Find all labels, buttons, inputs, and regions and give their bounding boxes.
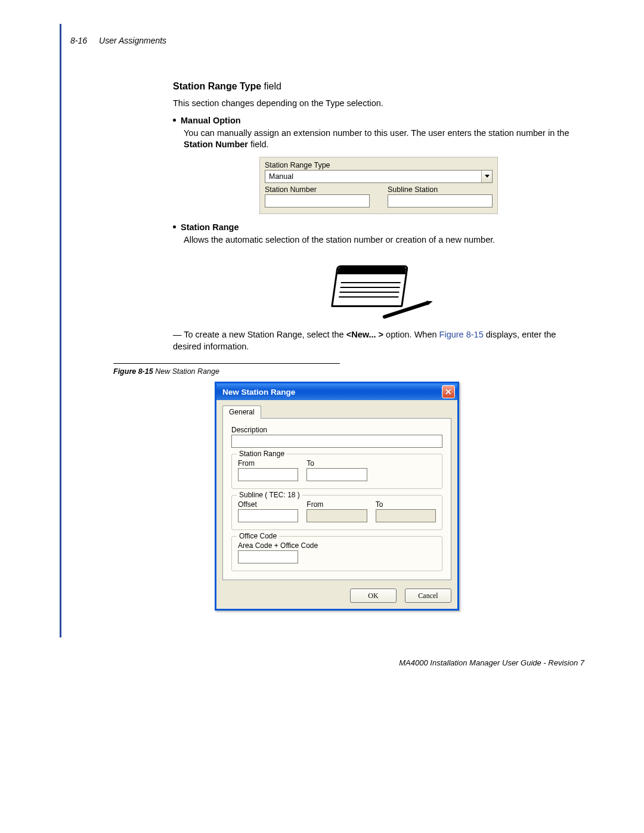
tab-panel-general: Description Station Range From To: [222, 419, 451, 580]
close-button[interactable]: ✕: [442, 385, 455, 398]
label-station-range-type: Station Range Type: [265, 161, 493, 169]
sr-from-input[interactable]: [238, 468, 298, 481]
station-range-type-select[interactable]: Manual: [265, 170, 493, 183]
subline-station-input[interactable]: [388, 194, 493, 208]
area-office-input[interactable]: [238, 550, 298, 563]
label-sl-to: To: [376, 500, 436, 509]
label-sl-from: From: [306, 500, 367, 509]
bullet-manual-head: Manual Option: [173, 116, 584, 125]
label-sr-to: To: [306, 459, 367, 467]
figure-ref-link[interactable]: Figure 8-15: [439, 330, 484, 339]
figure-divider: [113, 363, 340, 364]
tabstrip: General: [222, 405, 451, 419]
label-sl-offset: Offset: [238, 500, 298, 509]
page-header: 8-16 User Assignments: [70, 36, 584, 45]
figure-caption: Figure 8-15 New Station Range: [113, 367, 584, 376]
legend-station-range: Station Range: [237, 450, 287, 458]
intro-text: This section changes depending on the Ty…: [173, 98, 584, 110]
label-area-office: Area Code + Office Code: [238, 541, 436, 550]
legend-subline: Subline ( TEC: 18 ): [237, 491, 302, 499]
label-subline-station: Subline Station: [388, 185, 493, 194]
group-station-range: Station Range From To: [231, 454, 442, 489]
close-icon: ✕: [445, 387, 452, 397]
label-description: Description: [231, 426, 442, 434]
sl-from-input[interactable]: [306, 509, 367, 522]
group-office-code: Office Code Area Code + Office Code: [231, 536, 442, 571]
station-number-input[interactable]: [265, 194, 370, 208]
group-subline: Subline ( TEC: 18 ) Offset From: [231, 495, 442, 530]
sr-to-input[interactable]: [306, 468, 367, 481]
sl-to-input[interactable]: [376, 509, 436, 522]
ok-button[interactable]: OK: [350, 589, 397, 603]
bullet-manual-text: You can manually assign an extension num…: [184, 128, 584, 151]
bullet-station-range-head: Station Range: [173, 222, 584, 232]
footer-text: MA4000 Installation Manager User Guide -…: [60, 658, 584, 667]
bullet-station-range-text: Allows the automatic selection of the st…: [184, 234, 584, 246]
dialog-titlebar[interactable]: New Station Range ✕: [216, 383, 457, 400]
chevron-down-icon: [485, 175, 490, 178]
select-value: Manual: [265, 172, 481, 181]
dash-instruction: — To create a new Station Range, select …: [173, 329, 584, 352]
description-input[interactable]: [231, 435, 442, 448]
label-sr-from: From: [238, 459, 298, 467]
chapter-title: User Assignments: [99, 36, 166, 45]
sl-offset-input[interactable]: [238, 509, 298, 522]
label-station-number: Station Number: [265, 185, 370, 194]
bullet-icon: [173, 119, 176, 122]
dropdown-button[interactable]: [481, 171, 492, 182]
station-range-type-panel: Station Range Type Manual Station Number…: [259, 157, 498, 214]
section-heading: Station Range Type field: [173, 81, 584, 92]
cancel-button[interactable]: Cancel: [405, 589, 451, 603]
side-rule: [60, 24, 61, 637]
new-station-range-dialog: New Station Range ✕ General Description …: [215, 382, 459, 611]
notepad-illustration: [301, 252, 456, 323]
tab-general[interactable]: General: [222, 405, 261, 419]
bullet-icon: [173, 225, 176, 228]
legend-office-code: Office Code: [237, 532, 279, 540]
page-number: 8-16: [70, 36, 87, 45]
dialog-title: New Station Range: [222, 388, 295, 397]
